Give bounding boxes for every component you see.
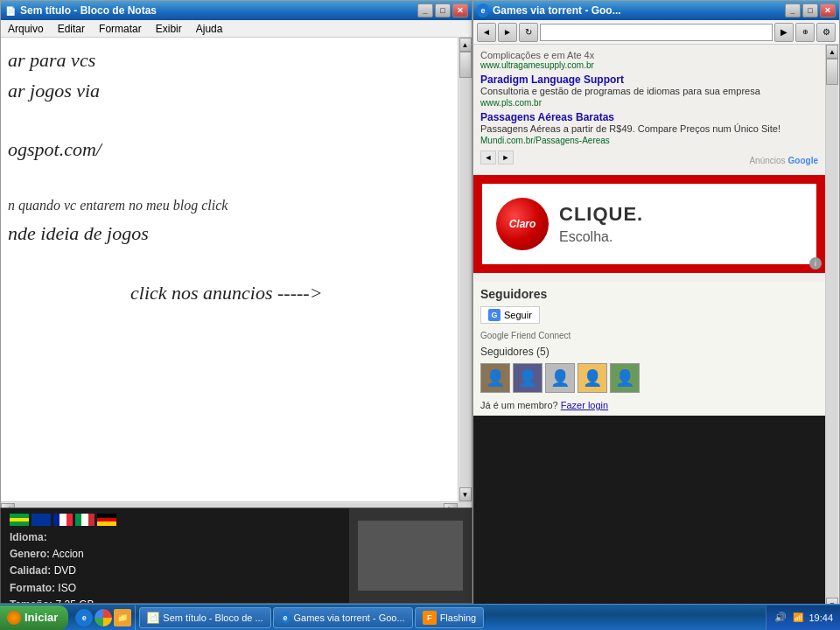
claro-logo: Claro [496, 198, 549, 250]
taskbar-buttons: 📄 Sem título - Bloco de ... e Games via … [139, 607, 766, 628]
avatar-1[interactable]: 👤 [480, 363, 510, 393]
calidad-value: DVD [54, 564, 76, 577]
browser-media-btn[interactable]: ⊕ [795, 23, 815, 42]
lower-info-content: Idioma: Genero: Accion Calidad: DVD Form… [1, 508, 349, 603]
notepad-line-4: n quando vc entarem no meu blog click [8, 193, 451, 219]
browser-minimize-button[interactable]: _ [785, 4, 801, 18]
browser-title-left: e Games via torrent - Goo... [477, 4, 621, 17]
ad-prev-btn[interactable]: ◄ [480, 150, 496, 164]
avatar-3[interactable]: 👤 [545, 363, 575, 393]
browser-main-content: Complicações e em Ate 4x www.ultragamesu… [473, 45, 825, 612]
ad-nav-buttons: ◄ ► [480, 150, 514, 164]
notepad-title-left: 📄 Sem título - Bloco de Notas [4, 4, 157, 17]
google-g-icon: G [488, 309, 500, 321]
browser-go-button[interactable]: ▶ [774, 23, 794, 42]
notepad-line-6: click nos anuncios -----> [8, 277, 451, 308]
notepad-menu-arquivo[interactable]: Arquivo [1, 20, 51, 37]
claro-banner[interactable]: Claro CLIQUE. Escolha. i [473, 175, 825, 273]
browser-scroll-thumb[interactable] [826, 59, 838, 85]
notepad-menu-formatar[interactable]: Formatar [92, 20, 149, 37]
avatar-2[interactable]: 👤 [513, 363, 542, 393]
start-label: Iniciar [24, 611, 58, 624]
browser-refresh-button[interactable]: ↻ [519, 23, 538, 42]
quick-chrome-icon[interactable] [94, 609, 112, 626]
browser-maximize-button[interactable]: □ [802, 4, 818, 18]
ie-icon: e [477, 4, 489, 18]
seguir-label: Seguir [504, 310, 532, 320]
fazer-login-link[interactable]: Fazer login [561, 400, 608, 410]
seguidores-title: Seguidores [480, 287, 818, 301]
google-ads-label: Anúncios Google [749, 156, 818, 165]
taskbar-flashing-label: Flashing [440, 612, 477, 623]
flag-brazil [10, 514, 29, 526]
notepad-scroll-up[interactable]: ▲ [459, 38, 472, 52]
notepad-line-3: ogspot.com/ [8, 134, 451, 164]
quick-launch-bar: e 📁 [72, 606, 136, 630]
flag-france [53, 514, 73, 526]
ad-item-3: Passagens Aéreas Baratas Passagens Aérea… [480, 111, 818, 145]
notepad-maximize-button[interactable]: □ [435, 4, 451, 18]
notepad-titlebar[interactable]: 📄 Sem título - Bloco de Notas _ □ ✕ [1, 1, 472, 20]
avatar-5[interactable]: 👤 [610, 363, 640, 393]
browser-address-bar[interactable] [540, 24, 773, 41]
notepad-scrollbar-vertical[interactable]: ▲ ▼ [458, 38, 472, 501]
notepad-minimize-button[interactable]: _ [417, 4, 433, 18]
claro-right-content: CLIQUE. Escolha. [559, 203, 643, 245]
speaker-icon[interactable]: 🔊 [774, 611, 788, 625]
notepad-window-icon: 📄 [4, 4, 17, 17]
taskbar-notepad-button[interactable]: 📄 Sem título - Bloco de ... [139, 607, 270, 628]
browser-scroll-track [826, 59, 838, 598]
ad-2-desc: Consultoria e gestão de programas de idi… [480, 86, 818, 96]
browser-back-button[interactable]: ◄ [477, 23, 496, 42]
ad-3-url: Mundi.com.br/Passagens-Aereas [480, 136, 818, 145]
browser-title-text: Games via torrent - Goo... [493, 4, 621, 17]
taskbar-flashing-button[interactable]: F Flashing [415, 607, 485, 628]
google-brand-text: Google [788, 156, 818, 165]
ad-item-1: Complicações e em Ate 4x www.ultragamesu… [480, 50, 818, 70]
browser-tools-btn[interactable]: ⚙ [816, 23, 836, 42]
taskbar-notepad-label: Sem título - Bloco de ... [163, 612, 262, 623]
browser-scrollbar-vertical[interactable]: ▲ ▼ [825, 45, 839, 612]
browser-scroll-up[interactable]: ▲ [826, 45, 838, 59]
flash-taskbar-icon: F [423, 611, 437, 625]
formato-value: ISO [58, 582, 76, 594]
quick-ie-icon[interactable]: e [75, 609, 93, 626]
browser-titlebar[interactable]: e Games via torrent - Goo... _ □ ✕ [473, 1, 839, 20]
follow-area: G Seguir [480, 306, 818, 327]
notepad-spacer-6 [8, 270, 451, 277]
ad-next-btn[interactable]: ► [498, 150, 514, 164]
browser-navbar: ◄ ► ↻ ▶ ⊕ ⚙ [473, 20, 839, 45]
notepad-menu-exibir[interactable]: Exibir [149, 20, 189, 37]
notepad-spacer-3 [8, 165, 451, 186]
member-text: Já é um membro? Fazer login [480, 400, 818, 410]
notepad-menu-ajuda[interactable]: Ajuda [189, 20, 230, 37]
notepad-content[interactable]: ar para vcs ar jogos via ogspot.com/ n q… [1, 38, 472, 501]
notepad-menu-editar[interactable]: Editar [51, 20, 92, 37]
browser-content-area: Complicações e em Ate 4x www.ultragamesu… [473, 45, 839, 612]
ad-2-link[interactable]: Paradigm Language Support [480, 74, 818, 86]
notepad-text-area[interactable]: ar para vcs ar jogos via ogspot.com/ n q… [1, 38, 458, 501]
browser-forward-button[interactable]: ► [498, 23, 517, 42]
ads-footer: ◄ ► Anúncios Google [480, 150, 818, 170]
notepad-taskbar-icon: 📄 [147, 612, 159, 624]
seguir-button[interactable]: G Seguir [480, 306, 540, 324]
claro-info-icon[interactable]: i [809, 257, 822, 270]
idioma-label: Idioma: [10, 531, 47, 543]
notepad-scroll-thumb[interactable] [459, 52, 472, 78]
browser-window: e Games via torrent - Goo... _ □ ✕ ◄ ► ↻… [472, 0, 840, 612]
notepad-close-button[interactable]: ✕ [452, 4, 468, 18]
network-icon[interactable]: 📶 [791, 611, 805, 625]
genero-label: Genero: [10, 548, 50, 560]
taskbar-browser-button[interactable]: e Games via torrent - Goo... [273, 607, 413, 628]
ad-1-url: www.ultragamesupply.com.br [480, 60, 818, 70]
notepad-scroll-down[interactable]: ▼ [459, 487, 472, 501]
claro-escolha-text: Escolha. [559, 229, 643, 245]
browser-close-button[interactable]: ✕ [820, 4, 836, 18]
ads-section: Complicações e em Ate 4x www.ultragamesu… [473, 45, 825, 175]
ad-3-link[interactable]: Passagens Aéreas Baratas [480, 111, 818, 123]
start-button[interactable]: Iniciar [0, 606, 68, 630]
notepad-line-5: nde ideia de jogos [8, 218, 451, 248]
ad-3-desc: Passagens Aéreas a partir de R$49. Compa… [480, 123, 818, 134]
avatar-4[interactable]: 👤 [578, 363, 607, 393]
quick-folder-icon[interactable]: 📁 [114, 609, 131, 626]
